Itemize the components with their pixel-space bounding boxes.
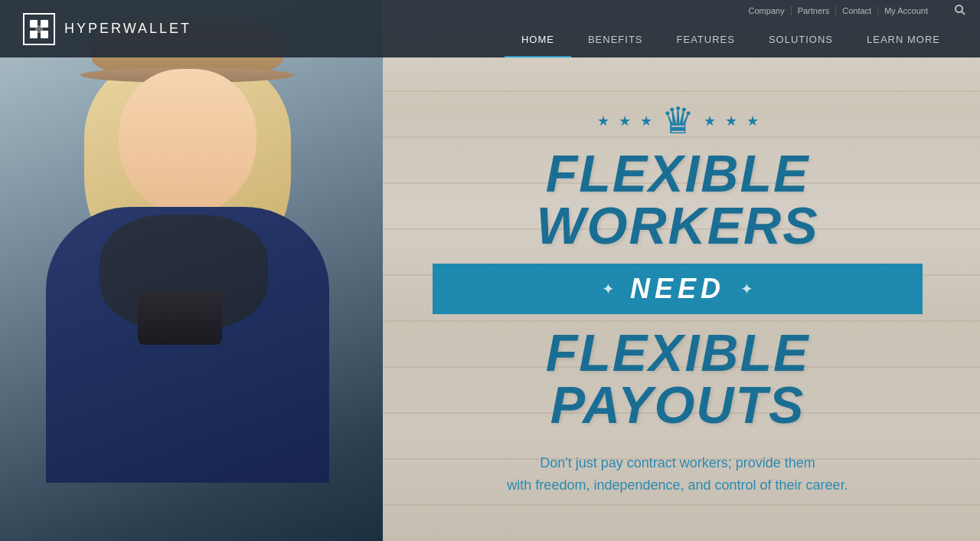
subtitle-line2: with freedom, independence, and control … [507, 477, 848, 493]
nav-benefits[interactable]: BENEFITS [571, 23, 660, 57]
need-star-right: ✦ [740, 280, 753, 298]
logo-text: HYPERWALLET [64, 21, 191, 37]
hero-content: ★ ★ ★ ♛ ★ ★ ★ FLEXIBLE WORKERS ✦ NEED ✦ … [375, 57, 980, 541]
top-link-contact[interactable]: Contact [836, 6, 878, 15]
need-text: NEED [630, 273, 725, 305]
crown-icon: ♛ [662, 103, 694, 139]
nav-features[interactable]: FEATURES [660, 23, 752, 57]
crown-decoration: ★ ★ ★ ♛ ★ ★ ★ [597, 103, 759, 139]
star-5: ★ [725, 113, 737, 130]
site-header: HYPERWALLET Company Partners Contact My … [0, 0, 980, 57]
logo[interactable]: HYPERWALLET [23, 13, 191, 45]
nav-home[interactable]: HOME [505, 23, 571, 57]
top-link-my-account[interactable]: My Account [878, 6, 934, 15]
top-link-company[interactable]: Company [743, 6, 792, 15]
logo-icon [23, 13, 55, 45]
star-3: ★ [640, 113, 652, 130]
svg-line-6 [962, 11, 965, 15]
headline-flexible-workers: FLEXIBLE WORKERS [421, 147, 934, 251]
hero-photo [0, 0, 383, 541]
star-2: ★ [619, 113, 631, 130]
top-nav: Company Partners Contact My Account [743, 6, 934, 15]
star-6: ★ [746, 113, 759, 130]
search-icon[interactable] [954, 4, 966, 19]
top-link-partners[interactable]: Partners [792, 6, 837, 15]
svg-point-5 [956, 5, 962, 12]
need-star-left: ✦ [602, 280, 615, 298]
svg-rect-4 [35, 25, 43, 33]
subtitle-line1: Don't just pay contract workers; provide… [540, 455, 815, 471]
star-4: ★ [704, 113, 716, 130]
main-nav: HOME BENEFITS FEATURES SOLUTIONS LEARN M… [505, 23, 957, 57]
hero-subtitle: Don't just pay contract workers; provide… [507, 452, 848, 497]
nav-learn-more[interactable]: LEARN MORE [850, 23, 957, 57]
nav-solutions[interactable]: SOLUTIONS [752, 23, 850, 57]
star-1: ★ [597, 113, 609, 130]
headline-flexible-payouts: FLEXIBLE PAYOUTS [421, 326, 934, 431]
need-banner: ✦ NEED ✦ [433, 264, 923, 314]
